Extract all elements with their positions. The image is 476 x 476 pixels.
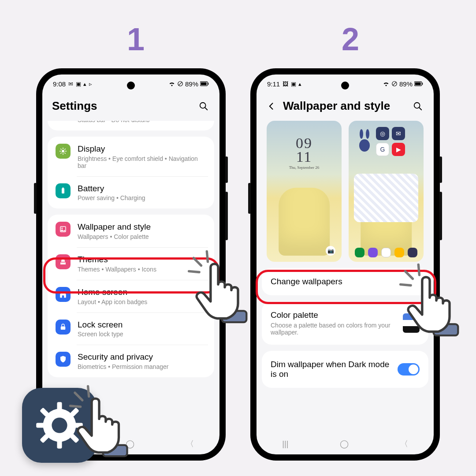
option-title: Dim wallpaper when Dark mode is on [271,360,391,379]
svg-point-32 [52,417,67,433]
settings-row-security[interactable]: Security and privacy Biometrics • Permis… [48,345,214,377]
chrome-app-icon [381,248,391,257]
svg-line-27 [419,107,422,110]
lockscreen-preview[interactable]: 09 11 Thu, September 26 📷 [267,121,342,262]
settings-list: Notifications Status bar • Do not distur… [42,121,219,433]
messages-app-icon [368,248,378,257]
home-widgets: ◎ ✉ G ▶ [376,127,419,156]
compass-icon: ◎ [376,127,389,140]
status-time: 9:08 [53,80,66,88]
option-title: Color palette [271,310,397,320]
row-subtitle: Status bar • Do not disturb [78,121,206,123]
svg-line-15 [65,149,66,150]
settings-row-lock[interactable]: Lock screen Screen lock type [48,312,214,345]
settings-group: Wallpaper and style Wallpapers • Color p… [48,215,214,377]
sun-icon [56,144,71,159]
option-color-palette[interactable]: Color palette Choose a palette based on … [262,301,428,345]
android-navbar: ||| ◯ 〈 [257,433,434,454]
svg-line-1 [178,82,182,86]
side-button [248,183,251,214]
status-battery-text: 89% [399,80,413,88]
option-dim-wallpaper[interactable]: Dim wallpaper when Dark mode is on [262,351,428,388]
settings-row-wallpaper[interactable]: Wallpaper and style Wallpapers • Color p… [48,215,214,247]
svg-rect-4 [208,83,209,85]
row-subtitle: Themes • Wallpapers • Icons [78,266,206,273]
row-subtitle: Layout • App icon badges [78,298,206,305]
svg-line-13 [65,153,66,154]
row-subtitle: Power saving • Charging [78,194,206,201]
volume-button [225,192,228,240]
lockscreen-clock: 09 11 Thu, September 26 [267,137,342,170]
home-icon [56,287,71,302]
brush-icon [56,254,71,269]
settings-row-home[interactable]: Home screen Layout • App icon badges [48,280,214,312]
wifi-icon [383,81,390,86]
row-subtitle: Screen lock type [78,331,206,338]
side-button [34,183,37,214]
dim-toggle[interactable] [398,363,420,376]
power-button [225,156,228,183]
row-title: Home screen [78,287,206,298]
nav-back[interactable]: 〈 [186,439,194,449]
settings-group: Notifications Status bar • Do not distur… [48,121,214,130]
battery-icon [414,81,423,86]
svg-point-19 [61,228,63,229]
wallpaper-previews: 09 11 Thu, September 26 📷 ◎ ✉ G ▶ [257,121,434,268]
svg-rect-35 [36,423,45,428]
phone-frame-2: 9:11 🖼 ▣ ▴ 89% Wallpaper and style [250,68,440,461]
row-subtitle: Brightness • Eye comfort shield • Naviga… [78,155,206,169]
svg-line-22 [393,82,396,86]
settings-row-notifications[interactable]: Notifications Status bar • Do not distur… [48,121,214,130]
svg-rect-16 [62,188,64,193]
wallpaper-header: Wallpaper and style [257,93,434,121]
settings-app-icon [408,248,417,257]
option-subtitle: Choose a palette based on colors from yo… [271,322,397,336]
power-button [439,156,442,183]
svg-line-12 [61,149,62,150]
settings-app-icon[interactable] [22,388,97,463]
battery-icon [56,183,71,198]
option-change-wallpapers[interactable]: Change wallpapers [262,268,428,295]
row-title: Security and privacy [78,352,206,362]
nav-home[interactable]: ◯ [126,439,134,449]
svg-point-30 [366,129,369,139]
homescreen-preview[interactable]: ◎ ✉ G ▶ [349,121,424,262]
phone-app-icon [355,248,364,257]
image-icon [56,222,71,237]
row-subtitle: Wallpapers • Color palette [78,233,206,240]
svg-line-6 [205,107,208,110]
back-icon[interactable] [266,100,277,112]
row-subtitle: Biometrics • Permission manager [78,363,206,370]
settings-row-battery[interactable]: Battery Power saving • Charging [48,176,214,209]
camera-shortcut-icon: 📷 [326,246,335,256]
svg-line-14 [61,153,62,154]
svg-point-7 [62,150,64,152]
nav-home[interactable]: ◯ [340,439,349,449]
shield-icon [56,352,71,367]
mail-icon: ✉ [392,127,405,140]
status-battery-text: 89% [185,80,198,88]
calendar-widget [354,174,418,222]
gear-icon [35,401,84,450]
svg-rect-17 [63,187,64,188]
settings-row-display[interactable]: Display Brightness • Eye comfort shield … [48,137,214,176]
row-title: Themes [78,254,206,265]
page-title: Wallpaper and style [283,99,405,113]
youtube-icon: ▶ [392,143,405,156]
svg-point-28 [359,139,370,152]
svg-rect-33 [57,402,62,411]
battery-icon [200,81,209,86]
lock-icon [56,320,71,335]
nav-back[interactable]: 〈 [400,439,408,449]
settings-row-themes[interactable]: Themes Themes • Wallpapers • Icons [48,247,214,280]
camera-app-icon [394,248,404,257]
no-sim-icon [391,81,398,87]
settings-group: Display Brightness • Eye comfort shield … [48,137,214,209]
search-icon[interactable] [197,100,210,112]
nav-recents[interactable]: ||| [282,439,288,449]
camera-notch [127,82,135,89]
svg-point-29 [360,129,363,139]
search-icon[interactable] [412,100,424,112]
svg-rect-34 [57,440,62,449]
svg-rect-36 [74,423,83,428]
